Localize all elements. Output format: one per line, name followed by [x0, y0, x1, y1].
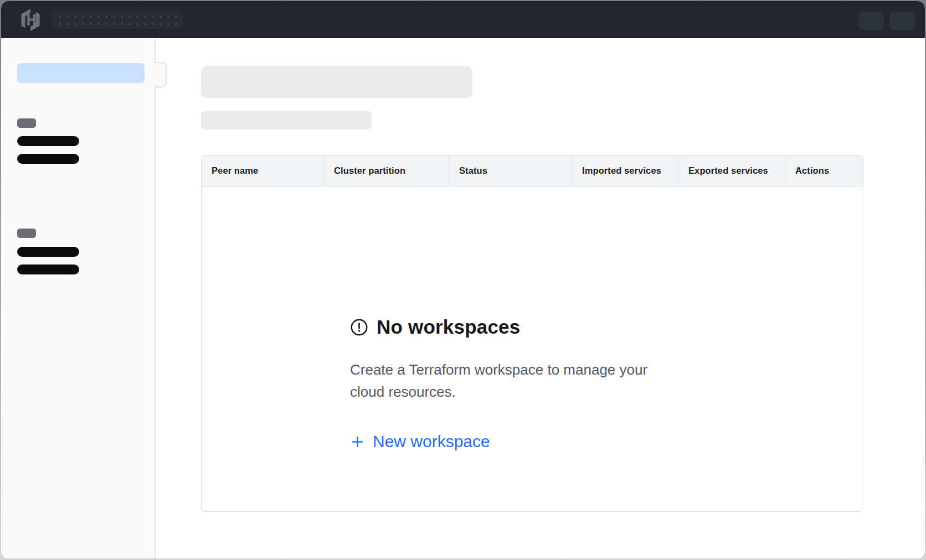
sidebar-item-skeleton[interactable]: [17, 154, 79, 164]
empty-state-description: Create a Terraform workspace to manage y…: [350, 359, 682, 403]
empty-state: No workspaces Create a Terraform workspa…: [350, 316, 704, 452]
column-header-exported-services: Exported services: [678, 155, 785, 186]
sidebar-item-skeleton[interactable]: [17, 136, 79, 146]
topbar-action-skeleton-1[interactable]: [858, 12, 884, 30]
topbar-search-skeleton[interactable]: [53, 11, 183, 29]
sidebar: [1, 38, 156, 558]
table-body: No workspaces Create a Terraform workspa…: [202, 186, 863, 512]
sidebar-item-skeleton[interactable]: [17, 247, 79, 257]
column-header-cluster-partition: Cluster partition: [324, 155, 449, 186]
top-nav-bar: [1, 1, 925, 38]
main-content: Peer name Cluster partition Status Impor…: [157, 38, 925, 558]
column-header-actions: Actions: [785, 155, 863, 186]
column-header-imported-services: Imported services: [572, 155, 678, 186]
sidebar-item-skeleton[interactable]: [17, 265, 79, 274]
sidebar-section-label-skeleton-2: [17, 229, 36, 238]
sidebar-item-active-skeleton[interactable]: [17, 63, 145, 83]
new-workspace-label: New workspace: [373, 432, 490, 451]
sidebar-section-label-skeleton-1: [17, 118, 36, 128]
page-title-skeleton: [201, 66, 472, 98]
new-workspace-button[interactable]: New workspace: [350, 432, 490, 451]
table-header-row: Peer name Cluster partition Status Impor…: [202, 155, 863, 186]
page-subtitle-skeleton: [201, 111, 372, 129]
hashicorp-logo-icon: [19, 8, 42, 32]
column-header-status: Status: [449, 155, 572, 186]
empty-state-title: No workspaces: [377, 316, 520, 338]
alert-circle-icon: [350, 318, 368, 336]
sidebar-active-tab-indicator: [155, 62, 167, 87]
app-window: Peer name Cluster partition Status Impor…: [1, 1, 925, 558]
peers-table: Peer name Cluster partition Status Impor…: [201, 155, 863, 512]
plus-icon: [350, 434, 365, 449]
column-header-peer-name: Peer name: [202, 155, 324, 186]
topbar-action-skeleton-2[interactable]: [889, 12, 915, 30]
